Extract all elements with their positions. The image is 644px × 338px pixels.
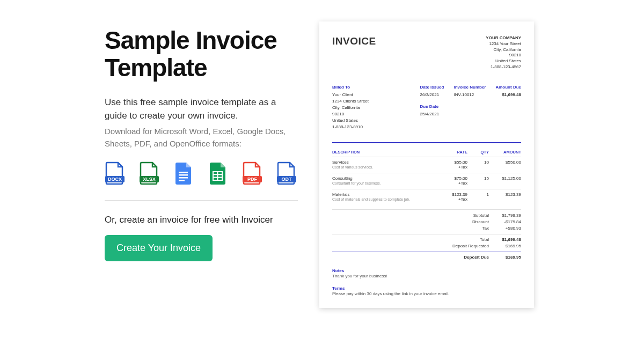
svg-rect-4 — [179, 172, 188, 173]
item-desc: Consultant for your business. — [332, 181, 438, 186]
terms-block: Terms Please pay within 30 days using th… — [332, 286, 521, 296]
line-item: Services $55.00 10 $550.00 Cost of vario… — [332, 157, 521, 173]
item-desc: Cost of various services. — [332, 165, 438, 170]
invnum-value: INV-10012 — [453, 92, 486, 98]
client-zip: 90210 — [332, 111, 407, 117]
notes-block: Notes Thank you for your business! — [332, 268, 521, 278]
company-street: 1234 Your Street — [486, 41, 521, 47]
summary: Subtotal$1,798.39 Discount-$179.84 Tax+$… — [332, 209, 521, 261]
company-block: YOUR COMPANY 1234 Your Street City, Cali… — [486, 35, 521, 70]
company-city: City, California — [486, 47, 521, 53]
pdf-icon[interactable]: PDF — [242, 161, 262, 185]
item-name: Services — [332, 160, 438, 165]
billed-to: Billed To Your Client 1234 Clients Stree… — [332, 84, 407, 130]
item-qty: 15 — [467, 176, 489, 181]
invoice-title: INVOICE — [332, 35, 376, 47]
notes-text: Thank you for your business! — [332, 274, 521, 278]
svg-text:PDF: PDF — [247, 177, 258, 182]
item-amount: $550.00 — [489, 160, 521, 165]
date-issued-value: 26/3/2021 — [420, 92, 444, 98]
xlsx-icon[interactable]: XLSX — [139, 161, 159, 185]
notes-label: Notes — [332, 268, 521, 273]
line-item: Consulting $75.00 15 $1,125.00 Consultan… — [332, 173, 521, 189]
item-tax: +Tax — [438, 197, 467, 202]
subtotal-value: $1,798.39 — [489, 212, 521, 219]
item-rate: $123.39 — [438, 192, 467, 197]
item-name: Materials — [332, 192, 438, 197]
or-line: Or, create an invoice for free with Invo… — [105, 215, 298, 225]
svg-rect-5 — [179, 174, 188, 176]
deposit-req-value: $169.95 — [489, 243, 521, 249]
svg-text:DOCX: DOCX — [108, 177, 122, 182]
tax-value: +$80.93 — [489, 225, 521, 232]
line-item: Materials $123.39 1 $123.39 Cost of mate… — [332, 189, 521, 205]
divider — [105, 200, 298, 201]
deposit-req-label: Deposit Requested — [435, 243, 489, 249]
item-amount: $123.39 — [489, 192, 521, 197]
client-country: United States — [332, 117, 407, 124]
invnum-label: Invoice Number — [453, 84, 486, 91]
total-value: $1,699.48 — [489, 237, 521, 243]
item-desc: Cost of materials and supplies to comple… — [332, 197, 438, 202]
client-city: City, California — [332, 105, 407, 111]
col-desc: DESCRIPTION — [332, 150, 438, 155]
create-invoice-button[interactable]: Create Your Invoice — [105, 235, 213, 261]
format-icons: DOCX XLSX PDF ODT — [105, 161, 298, 185]
invnum-col: Invoice Number INV-10012 — [453, 84, 486, 130]
item-rate: $55.00 — [438, 160, 467, 165]
page-title: Sample Invoice Template — [105, 27, 298, 81]
subtitle: Use this free sample invoice template as… — [105, 96, 298, 122]
deposit-due-value: $169.95 — [489, 254, 521, 261]
tax-label: Tax — [435, 225, 489, 232]
client-street: 1234 Clients Street — [332, 98, 407, 105]
item-name: Consulting — [332, 176, 438, 181]
google-sheets-icon[interactable] — [208, 161, 228, 185]
amount-due-label: Amount Due — [495, 84, 521, 91]
company-name: YOUR COMPANY — [486, 35, 521, 41]
client-phone: 1-888-123-8910 — [332, 124, 407, 130]
company-phone: 1-888-123-4567 — [486, 64, 521, 70]
svg-rect-7 — [179, 180, 185, 181]
billed-label: Billed To — [332, 84, 407, 91]
odt-icon[interactable]: ODT — [276, 161, 297, 185]
discount-label: Discount — [435, 219, 489, 225]
discount-value: -$179.84 — [489, 219, 521, 225]
due-date-value: 25/4/2021 — [420, 111, 444, 117]
item-rate: $75.00 — [438, 176, 467, 181]
amount-due-value: $1,699.48 — [495, 92, 521, 98]
date-col: Date Issued 26/3/2021 Due Date 25/4/2021 — [420, 84, 444, 130]
amount-due-col: Amount Due $1,699.48 — [495, 84, 521, 130]
subtotal-label: Subtotal — [435, 212, 489, 219]
date-issued-label: Date Issued — [420, 84, 444, 91]
table-header: DESCRIPTION RATE QTY AMOUNT — [332, 148, 521, 157]
svg-text:XLSX: XLSX — [143, 177, 156, 182]
item-qty: 1 — [467, 192, 489, 197]
col-rate: RATE — [438, 150, 467, 155]
col-qty: QTY — [467, 150, 489, 155]
client-name: Your Client — [332, 92, 407, 98]
item-qty: 10 — [467, 160, 489, 165]
terms-text: Please pay within 30 days using the link… — [332, 291, 521, 296]
docx-icon[interactable]: DOCX — [105, 161, 125, 185]
svg-rect-6 — [179, 177, 188, 179]
item-tax: +Tax — [438, 165, 467, 170]
item-amount: $1,125.00 — [489, 176, 521, 181]
due-date-label: Due Date — [420, 104, 444, 110]
total-label: Total — [435, 237, 489, 243]
terms-label: Terms — [332, 286, 521, 291]
company-country: United States — [486, 58, 521, 64]
svg-text:ODT: ODT — [282, 177, 292, 182]
item-tax: +Tax — [438, 181, 467, 186]
header-rule — [332, 142, 521, 143]
col-amount: AMOUNT — [489, 150, 521, 155]
deposit-due-label: Deposit Due — [435, 254, 489, 261]
company-zip: 90210 — [486, 53, 521, 58]
download-note: Download for Microsoft Word, Excel, Goog… — [105, 126, 298, 150]
invoice-preview: INVOICE YOUR COMPANY 1234 Your Street Ci… — [319, 21, 534, 308]
google-docs-icon[interactable] — [173, 161, 194, 185]
